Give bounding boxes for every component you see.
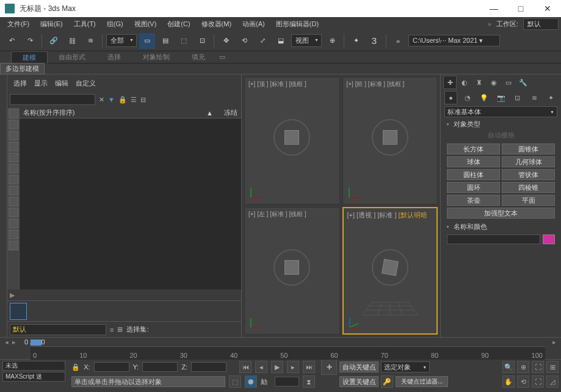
motion-tab[interactable]: ◉ — [487, 76, 501, 89]
filter-shape-icon[interactable] — [9, 120, 18, 129]
layout-preset-button[interactable] — [10, 303, 27, 320]
key-filter-icon[interactable]: 🔑 — [381, 376, 393, 388]
primitive-plane[interactable]: 平面 — [502, 195, 555, 206]
lock-icon[interactable]: 🔒 — [118, 96, 127, 104]
select-object-button[interactable]: ▭ — [139, 33, 155, 49]
ribbon-tab-selection[interactable]: 选择 — [96, 51, 132, 63]
primitive-pyramid[interactable]: 四棱锥 — [502, 182, 555, 193]
redo-button[interactable]: ↷ — [22, 33, 38, 49]
scene-explorer-header[interactable]: 名称(按升序排序) ▲ 冻结 — [20, 107, 241, 118]
menu-graph[interactable]: 图形编辑器(D) — [271, 18, 324, 30]
object-color-swatch[interactable] — [543, 234, 555, 244]
viewcube-icon[interactable] — [372, 249, 408, 286]
viewport-left-label[interactable]: [+] [左 ] [标准 ] [线框 ] — [248, 210, 306, 219]
select-rotate-button[interactable]: ⟲ — [236, 33, 252, 49]
viewcube-icon[interactable] — [372, 119, 408, 156]
systems-subtab[interactable]: ✦ — [545, 91, 557, 104]
selection-set-dropdown[interactable]: 默认 — [10, 324, 106, 335]
object-name-input[interactable] — [447, 234, 540, 244]
primitive-cone[interactable]: 圆锥体 — [502, 143, 555, 154]
display-icon[interactable]: ⊞ — [117, 325, 123, 333]
timeline-next-icon[interactable]: ▸ — [12, 338, 16, 346]
menu-create[interactable]: 创建(C) — [162, 18, 195, 30]
viewport-front-label[interactable]: [+] [前 ] [标准 ] [线框 ] — [347, 80, 405, 89]
select-scale-button[interactable]: ⤢ — [255, 33, 270, 49]
filter-group-icon[interactable] — [9, 175, 18, 184]
viewcube-icon[interactable] — [273, 119, 310, 156]
left-dock-strip[interactable] — [0, 74, 7, 337]
rollout-name-color[interactable]: 名称和颜色 — [441, 221, 561, 232]
viewport-top-label[interactable]: [+] [顶 ] [标准 ] [线框 ] — [248, 80, 306, 89]
reference-coord-dropdown[interactable]: 视图 — [291, 34, 322, 47]
primitive-category-dropdown[interactable]: 标准基本体 — [444, 106, 557, 117]
filter-all-icon[interactable] — [9, 241, 18, 250]
filter-geometry-icon[interactable] — [9, 109, 18, 118]
scene-explorer-expand[interactable]: ▶ — [7, 289, 241, 300]
bind-spacewarp-button[interactable]: ≋ — [82, 33, 98, 49]
workspace-dropdown[interactable]: 默认 — [523, 18, 559, 30]
zoom-all-button[interactable]: ⊕ — [517, 361, 529, 373]
primitive-sphere[interactable]: 球体 — [447, 156, 500, 167]
time-ruler[interactable]: 0 10 20 30 40 50 60 70 80 90 100 — [31, 346, 545, 360]
filter-light-icon[interactable] — [9, 131, 18, 140]
se-tab-edit[interactable]: 编辑 — [55, 79, 68, 88]
minimize-button[interactable]: — — [480, 0, 507, 17]
shapes-subtab[interactable]: ◔ — [461, 91, 474, 104]
ribbon-tab-objectpaint[interactable]: 对象绘制 — [132, 51, 181, 63]
manipulate-button[interactable]: ✦ — [348, 33, 364, 49]
setkey-button[interactable]: 设置关键点 — [339, 376, 378, 387]
time-config-button[interactable]: ⧗ — [303, 376, 315, 388]
viewport-left[interactable]: [+] [左 ] [标准 ] [线框 ] — [244, 207, 340, 335]
ribbon-tab-freeform[interactable]: 自由形式 — [48, 51, 96, 63]
utilities-tab[interactable]: 🔧 — [516, 76, 530, 89]
orbit-button[interactable]: ⟲ — [517, 376, 529, 388]
filter-bone-icon[interactable] — [9, 197, 18, 206]
undo-button[interactable]: ↶ — [4, 33, 20, 49]
lock-selection-icon[interactable]: 🔒 — [71, 363, 80, 371]
primitive-torus[interactable]: 圆环 — [447, 182, 500, 193]
scene-explorer-list[interactable]: 名称(按升序排序) ▲ 冻结 — [20, 107, 241, 289]
cameras-subtab[interactable]: 📷 — [494, 91, 507, 104]
key-target-dropdown[interactable]: 选定对象 — [381, 361, 430, 372]
y-coord-input[interactable] — [142, 362, 178, 372]
ribbon-panel-polymodel[interactable]: 多边形建模 — [0, 63, 45, 74]
play-button[interactable]: ▶ — [271, 361, 283, 373]
se-tab-display[interactable]: 显示 — [34, 79, 48, 88]
filter-camera-icon[interactable] — [9, 142, 18, 151]
primitive-tube[interactable]: 管状体 — [502, 169, 555, 180]
layer-icon[interactable]: ≡ — [110, 326, 114, 333]
maxscript-mini-dropdown1[interactable]: 未选 — [2, 361, 65, 371]
viewport-perspective[interactable]: [+] [透视 ] [标准 ] [默认明暗 — [342, 207, 438, 335]
link-button[interactable]: 🔗 — [46, 33, 62, 49]
next-frame-button[interactable]: ▸ — [287, 361, 299, 373]
zoom-extents-all-button[interactable]: ⊞ — [546, 361, 559, 373]
autogrid-checkbox[interactable]: 自动栅格 — [441, 129, 561, 141]
toolbar-overflow-icon[interactable]: » — [390, 33, 406, 49]
viewcube-icon[interactable] — [273, 249, 310, 286]
filter-xref-icon[interactable] — [9, 186, 18, 195]
maximize-viewport-button[interactable]: ⛶ — [532, 376, 544, 388]
fov-button[interactable]: ◿ — [546, 376, 559, 388]
view-tree-icon[interactable]: ⊟ — [140, 96, 146, 104]
hierarchy-tab[interactable]: ♜ — [472, 76, 486, 89]
menu-file[interactable]: 文件(F) — [2, 18, 34, 30]
pan-button[interactable]: ✋ — [502, 376, 515, 388]
x-coord-input[interactable] — [94, 362, 129, 372]
clear-search-icon[interactable]: ✕ — [99, 96, 104, 104]
menu-modifiers[interactable]: 修改器(M) — [197, 18, 237, 30]
select-by-name-button[interactable]: ▤ — [157, 33, 173, 49]
isolate-button[interactable]: ⬚ — [229, 376, 241, 388]
ribbon-tab-modeling[interactable]: 建模 — [11, 51, 48, 64]
view-list-icon[interactable]: ☰ — [131, 96, 137, 104]
filter-hidden-icon[interactable] — [9, 230, 18, 239]
modify-tab[interactable]: ◐ — [458, 76, 471, 89]
primitive-cylinder[interactable]: 圆柱体 — [447, 169, 500, 180]
autokey-button[interactable]: 自动关键点 — [339, 361, 378, 372]
spacewarps-subtab[interactable]: ≋ — [527, 91, 540, 104]
ribbon-tab-populate[interactable]: 填充 — [181, 51, 216, 63]
search-input[interactable] — [10, 94, 95, 105]
select-move-button[interactable]: ✥ — [218, 33, 234, 49]
filter-icon[interactable]: ▼ — [108, 96, 115, 103]
selection-filter-dropdown[interactable]: 全部 — [106, 34, 137, 47]
use-pivot-button[interactable]: ⊕ — [324, 33, 340, 49]
